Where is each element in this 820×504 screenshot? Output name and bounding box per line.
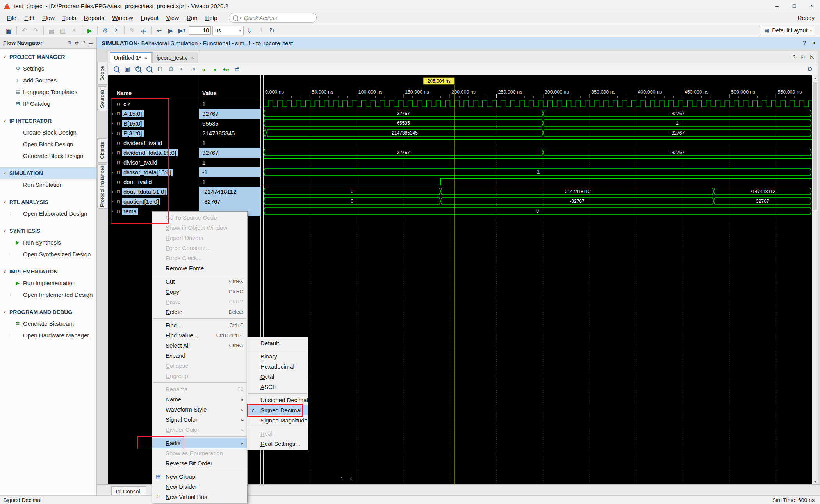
signal-row-value-quotient-15-0[interactable]: -32767 xyxy=(199,197,260,206)
menu-item-find[interactable]: Find...Ctrl+F xyxy=(152,320,247,330)
flow-item-generate-bitstream[interactable]: ≣Generate Bitstream xyxy=(0,318,96,329)
menu-item-copy[interactable]: CopyCtrl+C xyxy=(152,287,247,297)
expander-icon[interactable]: › xyxy=(110,151,115,155)
expander-icon[interactable]: › xyxy=(110,190,115,194)
flow-item-add-sources[interactable]: +Add Sources xyxy=(0,74,96,86)
side-tab-sources[interactable]: Sources xyxy=(97,86,107,111)
signal-row-name-dividend-tdata-15-0[interactable]: ›⊓dividend_tdata[15:0] xyxy=(108,148,199,158)
flow-item-open-implemented-design[interactable]: ›Open Implemented Design xyxy=(0,289,96,300)
signal-row-name-quotient-15-0[interactable]: ›⊓quotient[15:0] xyxy=(108,197,199,206)
menu-run[interactable]: Run xyxy=(183,12,201,24)
menu-item-expand[interactable]: Expand xyxy=(152,351,247,361)
menu-file[interactable]: File xyxy=(3,12,20,24)
scroll-left-icon[interactable]: ‹ xyxy=(350,476,352,481)
scroll-down-icon[interactable]: ▼ xyxy=(812,480,818,484)
signal-row-value-dividend-tdata-15-0[interactable]: 32767 xyxy=(199,148,260,158)
flow-section-implementation[interactable]: ∨IMPLEMENTATION xyxy=(0,266,96,277)
menu-item-radix[interactable]: Radix▸ xyxy=(152,438,247,448)
menu-item-remove-force[interactable]: Remove Force xyxy=(152,263,247,273)
flow-item-open-elaborated-design[interactable]: ›Open Elaborated Design xyxy=(0,208,96,219)
zoom-out-icon[interactable]: − xyxy=(144,64,154,74)
flow-section-project-manager[interactable]: ∨PROJECT MANAGER xyxy=(0,51,96,62)
scrollbar-thumb[interactable] xyxy=(813,82,817,210)
find-icon[interactable] xyxy=(111,64,121,74)
menu-item-new-divider[interactable]: New Divider xyxy=(152,482,247,492)
flow-section-rtl-analysis[interactable]: ∨RTL ANALYSIS xyxy=(0,196,96,208)
help-icon[interactable]: ? xyxy=(803,40,806,46)
menu-layout[interactable]: Layout xyxy=(137,12,162,24)
expander-icon[interactable]: › xyxy=(110,112,115,116)
flow-item-language-templates[interactable]: ▤Language Templates xyxy=(0,86,96,98)
signal-row-value-divisor-tdata-15-0[interactable]: -1 xyxy=(199,167,260,177)
scroll-up-icon[interactable]: ▲ xyxy=(812,76,818,80)
sum-icon[interactable]: Σ xyxy=(112,25,121,35)
collapse-icon[interactable]: ▬ xyxy=(89,40,93,46)
menu-tools[interactable]: Tools xyxy=(59,12,80,24)
layout-selector[interactable]: ▦ Default Layout ▾ xyxy=(761,26,815,35)
close-button[interactable]: × xyxy=(803,0,820,12)
scroll-right-icon[interactable]: › xyxy=(341,476,342,481)
side-tab-scope[interactable]: Scope xyxy=(97,62,107,85)
menu-view[interactable]: View xyxy=(162,12,183,24)
flow-item-ip-catalog[interactable]: ⊞IP Catalog xyxy=(0,98,96,109)
zoom-to-cursor-icon[interactable]: ⊙ xyxy=(166,64,176,74)
switch-icon[interactable]: ⇄ xyxy=(75,40,79,46)
flow-section-ip-integrator[interactable]: ∨IP INTEGRATOR xyxy=(0,115,96,126)
menu-edit[interactable]: Edit xyxy=(20,12,38,24)
signal-row-name-a-15-0[interactable]: ›⊓A[15:0] xyxy=(108,109,199,119)
menu-item-hexadecimal[interactable]: Hexadecimal xyxy=(247,362,308,372)
menu-item-reverse-bit-order[interactable]: Reverse Bit Order xyxy=(152,458,247,469)
go-to-start-icon[interactable]: ⇤ xyxy=(177,64,187,74)
name-column-header[interactable]: Name xyxy=(108,88,199,98)
edit-icon[interactable]: ✎ xyxy=(127,25,137,35)
side-tab-objects[interactable]: Objects xyxy=(97,138,107,163)
close-icon[interactable]: × xyxy=(812,40,815,46)
signal-row-value-dout-tdata-31-0[interactable]: -2147418112 xyxy=(199,187,260,197)
maximize-button[interactable]: □ xyxy=(786,0,803,12)
menu-item-binary[interactable]: Binary xyxy=(247,351,308,362)
paste-icon[interactable]: ▥ xyxy=(58,25,68,35)
close-tab-icon[interactable]: × xyxy=(144,55,147,60)
expander-icon[interactable]: › xyxy=(110,121,115,126)
flow-item-generate-block-design[interactable]: Generate Block Design xyxy=(0,150,96,161)
run-icon[interactable]: ▶ xyxy=(85,25,94,35)
menu-item-default[interactable]: Default xyxy=(247,338,308,348)
signal-row-name-clk[interactable]: ⊓clk xyxy=(108,99,199,109)
go-to-end-icon[interactable]: ⇥ xyxy=(188,64,198,74)
menu-item-select-all[interactable]: Select AllCtrl+A xyxy=(152,341,247,351)
vertical-scrollbar[interactable]: ▲ ▼ xyxy=(812,75,818,484)
tab-tcl-console[interactable]: Tcl Consol xyxy=(111,486,146,496)
signal-row-name-dividend-tvalid[interactable]: ⊓dividend_tvalid xyxy=(108,138,199,148)
signal-row-value-p-31-0[interactable]: 2147385345 xyxy=(199,128,260,138)
copy-icon[interactable]: ▤ xyxy=(46,25,56,35)
menu-item-cut[interactable]: CutCtrl+X xyxy=(152,277,247,287)
zoom-fit-icon[interactable]: ⊡ xyxy=(155,64,165,74)
flow-item-settings[interactable]: ⚙Settings xyxy=(0,62,96,74)
signal-row-name-divisor-tvalid[interactable]: ⊓divisor_tvalid xyxy=(108,158,199,167)
maximize-pane-icon[interactable]: ⇱ xyxy=(810,54,814,60)
signal-row-name-divisor-tdata-15-0[interactable]: ›⊓divisor_tdata[15:0] xyxy=(108,167,199,177)
flow-item-create-block-design[interactable]: Create Block Design xyxy=(0,126,96,138)
pause-icon[interactable]: ‖ xyxy=(256,25,266,35)
signal-row-value-clk[interactable]: 1 xyxy=(199,99,260,109)
menu-item-waveform-style[interactable]: Waveform Style▸ xyxy=(152,405,247,415)
next-transition-icon[interactable]: » xyxy=(210,64,220,74)
redo-icon[interactable]: ↷ xyxy=(31,25,41,35)
expander-icon[interactable]: › xyxy=(110,209,115,213)
menu-item-delete[interactable]: DeleteDelete xyxy=(152,307,247,317)
menu-item-new-virtual-bus[interactable]: New Virtual Bus≋ xyxy=(152,492,247,502)
open-project-icon[interactable]: ▦ xyxy=(4,25,14,35)
minimize-button[interactable]: – xyxy=(768,0,786,12)
menu-item-octal[interactable]: Octal xyxy=(247,372,308,382)
add-fast-cursor-icon[interactable]: +» xyxy=(221,64,231,74)
close-tab-icon[interactable]: × xyxy=(191,55,194,60)
sim-time-unit-select[interactable]: us ▾ xyxy=(212,26,244,35)
run-for-time-icon[interactable]: ▶T xyxy=(177,25,187,35)
expander-icon[interactable]: › xyxy=(110,199,115,204)
sim-time-input[interactable] xyxy=(189,26,211,35)
flow-section-program-and-debug[interactable]: ∨PROGRAM AND DEBUG xyxy=(0,306,96,318)
signal-row-name-dout-tdata-31-0[interactable]: ›⊓dout_tdata[31:0] xyxy=(108,187,199,197)
waveform-canvas[interactable]: 0.000 ns50.000 ns100.000 ns150.000 ns200… xyxy=(263,75,812,484)
cursor-time-label[interactable]: 205.004 ns xyxy=(427,78,450,84)
menu-item-signal-color[interactable]: Signal Color▸ xyxy=(152,415,247,425)
